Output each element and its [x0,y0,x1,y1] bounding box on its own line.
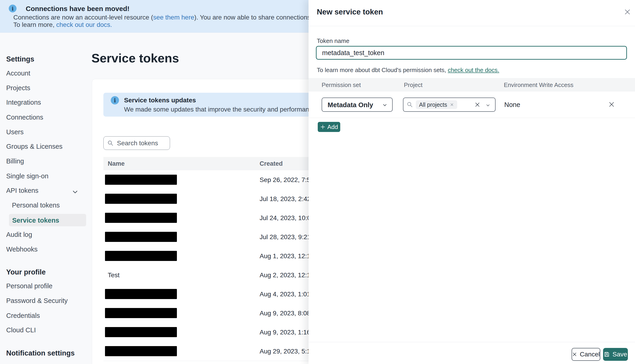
banner-line2-prefix: Connections are now an account-level res… [13,14,153,21]
panel-header-divider [308,26,635,26]
chip-remove-icon[interactable] [450,102,454,107]
sidebar-item-personal-profile[interactable]: Personal profile [6,282,53,290]
column-header-project: Project [404,82,423,88]
sidebar-item-integrations[interactable]: Integrations [6,99,41,106]
info-icon: i [111,96,119,104]
token-name-label: Token name [317,38,350,44]
sidebar-item-account[interactable]: Account [6,70,30,77]
save-button-label: Save [612,351,627,358]
docs-line-prefix: To learn more about dbt Cloud's permissi… [317,66,448,74]
redacted-token-name [105,194,177,204]
sidebar-item-api-tokens[interactable]: API tokens [6,187,38,194]
all-projects-chip[interactable]: All projects [416,100,457,109]
permissions-header-divider [308,91,635,91]
panel-title: New service token [317,8,383,16]
sidebar-item-audit-log[interactable]: Audit log [6,231,32,238]
app-root: i Connections have been moved! Connectio… [0,0,635,364]
sidebar-item-projects[interactable]: Projects [6,84,30,92]
sidebar-item-cloud-cli[interactable]: Cloud CLI [6,326,36,334]
clear-selection-icon[interactable] [474,102,480,108]
redacted-token-name [105,251,177,261]
save-icon [604,352,610,357]
permission-docs-line: To learn more about dbt Cloud's permissi… [317,66,499,74]
chevron-down-icon[interactable] [72,189,78,195]
chevron-down-icon [382,102,388,108]
token-name-input[interactable] [316,46,627,60]
sidebar-item-password-security[interactable]: Password & Security [6,297,68,304]
sidebar-item-personal-tokens[interactable]: Personal tokens [12,202,60,209]
add-permission-button[interactable]: Add [318,122,340,132]
redacted-token-name [105,232,177,242]
sidebar-item-single-sign-on[interactable]: Single sign-on [6,172,49,180]
search-input[interactable] [117,138,168,148]
redacted-token-name [105,346,177,356]
save-button[interactable]: Save [603,348,628,361]
banner-line3: To learn more, check out our docs. [13,21,112,28]
sidebar-heading-your-profile: Your profile [6,268,46,276]
permission-set-value: Metadata Only [328,101,373,109]
search-icon [107,140,114,146]
banner-title: Connections have been moved! [26,5,130,12]
redacted-token-name [105,213,177,223]
check-out-the-docs-link[interactable]: check out the docs. [448,66,499,74]
sidebar-item-service-tokens[interactable]: Service tokens [9,214,86,226]
cancel-button[interactable]: Cancel [572,348,600,361]
project-multiselect[interactable]: All projects [403,98,496,112]
info-icon: i [9,4,17,12]
sidebar-heading-notification-settings: Notification settings [6,349,75,357]
remove-permission-row-icon[interactable] [608,101,615,108]
banner-line3-prefix: To learn more, [13,21,56,28]
sidebar-item-credentials[interactable]: Credentials [6,312,40,320]
redacted-token-name [105,289,177,299]
page-title: Service tokens [91,51,179,65]
permission-set-select[interactable]: Metadata Only [322,98,393,112]
sidebar-item-users[interactable]: Users [6,128,24,136]
sidebar-item-service-tokens-label: Service tokens [12,217,59,224]
column-header-name: Name [108,160,125,167]
cancel-button-label: Cancel [580,351,600,358]
redacted-token-name [105,327,177,337]
column-header-permission-set: Permission set [322,82,361,88]
sidebar-item-groups-licenses[interactable]: Groups & Licenses [6,143,63,150]
add-button-label: Add [327,124,338,130]
plus-icon [320,124,326,130]
redacted-token-name [105,175,177,185]
column-header-environment-write-access: Environment Write Access [504,82,573,88]
search-tokens-field[interactable] [103,136,170,150]
chevron-down-icon[interactable] [485,103,490,108]
see-them-here-link[interactable]: see them here [153,14,194,21]
search-icon [407,102,413,108]
token-name: Test [108,272,119,279]
environment-write-access-value: None [504,101,520,108]
permissions-table-header: Permission set Project Environment Write… [308,78,635,91]
check-out-our-docs-link[interactable]: check out our docs. [56,21,112,28]
sidebar-item-webhooks[interactable]: Webhooks [6,246,38,253]
panel-footer-divider [308,342,635,342]
sidebar-heading-settings: Settings [6,55,34,63]
new-service-token-panel: New service token Token name To learn mo… [308,0,635,364]
sidebar-item-connections[interactable]: Connections [6,114,43,121]
column-header-created: Created [260,160,283,167]
updates-banner-title: Service tokens updates [124,96,196,104]
close-icon[interactable] [624,8,631,16]
permissions-row-divider [308,118,635,118]
redacted-token-name [105,308,177,318]
sidebar-item-billing[interactable]: Billing [6,158,24,165]
all-projects-chip-label: All projects [419,102,447,108]
close-icon [572,352,577,357]
